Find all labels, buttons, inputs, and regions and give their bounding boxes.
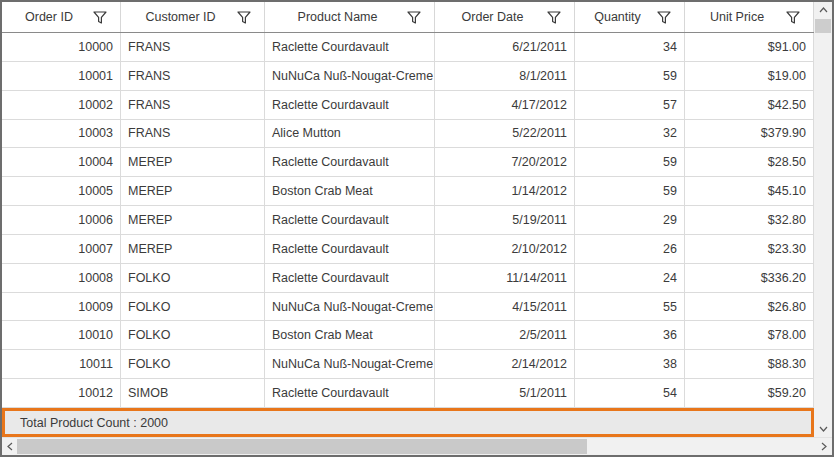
- filter-funnel-icon[interactable]: [656, 9, 672, 25]
- filter-funnel-icon[interactable]: [406, 9, 422, 25]
- cell-order-id[interactable]: 10011: [2, 350, 121, 378]
- cell-order-id[interactable]: 10002: [2, 91, 121, 119]
- cell-customer-id[interactable]: FOLKO: [121, 350, 265, 378]
- cell-product-name[interactable]: Raclette Courdavault: [265, 206, 435, 234]
- cell-quantity[interactable]: 34: [575, 33, 685, 61]
- cell-order-id[interactable]: 10003: [2, 120, 121, 148]
- cell-customer-id[interactable]: FRANS: [121, 33, 265, 61]
- cell-unit-price[interactable]: $23.30: [685, 235, 814, 263]
- table-row[interactable]: 10011FOLKONuNuCa Nuß-Nougat-Creme2/14/20…: [2, 350, 814, 379]
- column-header-order-date[interactable]: Order Date: [435, 2, 575, 32]
- cell-customer-id[interactable]: MEREP: [121, 206, 265, 234]
- cell-order-id[interactable]: 10008: [2, 264, 121, 292]
- cell-order-id[interactable]: 10001: [2, 62, 121, 90]
- cell-quantity[interactable]: 38: [575, 350, 685, 378]
- cell-customer-id[interactable]: FRANS: [121, 62, 265, 90]
- cell-order-id[interactable]: 10007: [2, 235, 121, 263]
- cell-customer-id[interactable]: MEREP: [121, 177, 265, 205]
- cell-customer-id[interactable]: FOLKO: [121, 293, 265, 321]
- cell-customer-id[interactable]: FOLKO: [121, 264, 265, 292]
- column-header-customer-id[interactable]: Customer ID: [121, 2, 265, 32]
- cell-order-id[interactable]: 10000: [2, 33, 121, 61]
- cell-order-date[interactable]: 5/1/2011: [435, 379, 575, 407]
- cell-order-id[interactable]: 10012: [2, 379, 121, 407]
- cell-unit-price[interactable]: $19.00: [685, 62, 814, 90]
- table-row[interactable]: 10002FRANSRaclette Courdavault4/17/20125…: [2, 91, 814, 120]
- cell-order-date[interactable]: 5/22/2011: [435, 120, 575, 148]
- cell-unit-price[interactable]: $42.50: [685, 91, 814, 119]
- cell-product-name[interactable]: Raclette Courdavault: [265, 33, 435, 61]
- column-header-unit-price[interactable]: Unit Price: [685, 2, 814, 32]
- cell-unit-price[interactable]: $379.90: [685, 120, 814, 148]
- cell-order-date[interactable]: 6/21/2011: [435, 33, 575, 61]
- column-header-quantity[interactable]: Quantity: [575, 2, 685, 32]
- table-row[interactable]: 10012SIMOBRaclette Courdavault5/1/201154…: [2, 379, 814, 408]
- cell-quantity[interactable]: 24: [575, 264, 685, 292]
- cell-order-id[interactable]: 10004: [2, 148, 121, 176]
- table-row[interactable]: 10007MEREPRaclette Courdavault2/10/20122…: [2, 235, 814, 264]
- cell-order-date[interactable]: 4/15/2011: [435, 293, 575, 321]
- cell-quantity[interactable]: 29: [575, 206, 685, 234]
- table-row[interactable]: 10001FRANSNuNuCa Nuß-Nougat-Creme8/1/201…: [2, 62, 814, 91]
- cell-product-name[interactable]: NuNuCa Nuß-Nougat-Creme: [265, 62, 435, 90]
- table-row[interactable]: 10000FRANSRaclette Courdavault6/21/20113…: [2, 33, 814, 62]
- table-row[interactable]: 10006MEREPRaclette Courdavault5/19/20112…: [2, 206, 814, 235]
- scroll-down-button[interactable]: [814, 421, 832, 437]
- cell-unit-price[interactable]: $88.30: [685, 350, 814, 378]
- cell-unit-price[interactable]: $26.80: [685, 293, 814, 321]
- vertical-scrollbar-thumb[interactable]: [815, 19, 831, 33]
- cell-quantity[interactable]: 36: [575, 321, 685, 349]
- cell-quantity[interactable]: 59: [575, 62, 685, 90]
- column-header-product-name[interactable]: Product Name: [265, 2, 435, 32]
- cell-unit-price[interactable]: $59.20: [685, 379, 814, 407]
- cell-product-name[interactable]: Alice Mutton: [265, 120, 435, 148]
- cell-quantity[interactable]: 55: [575, 293, 685, 321]
- cell-order-id[interactable]: 10010: [2, 321, 121, 349]
- cell-customer-id[interactable]: MEREP: [121, 235, 265, 263]
- cell-product-name[interactable]: Raclette Courdavault: [265, 264, 435, 292]
- cell-quantity[interactable]: 26: [575, 235, 685, 263]
- cell-quantity[interactable]: 54: [575, 379, 685, 407]
- table-row[interactable]: 10010FOLKOBoston Crab Meat2/5/201136$78.…: [2, 321, 814, 350]
- table-row[interactable]: 10009FOLKONuNuCa Nuß-Nougat-Creme4/15/20…: [2, 293, 814, 322]
- cell-unit-price[interactable]: $336.20: [685, 264, 814, 292]
- cell-product-name[interactable]: NuNuCa Nuß-Nougat-Creme: [265, 350, 435, 378]
- cell-unit-price[interactable]: $45.10: [685, 177, 814, 205]
- horizontal-scrollbar[interactable]: [2, 437, 832, 455]
- cell-unit-price[interactable]: $28.50: [685, 148, 814, 176]
- cell-customer-id[interactable]: MEREP: [121, 148, 265, 176]
- table-row[interactable]: 10004MEREPRaclette Courdavault7/20/20125…: [2, 148, 814, 177]
- cell-product-name[interactable]: Boston Crab Meat: [265, 321, 435, 349]
- filter-funnel-icon[interactable]: [92, 9, 108, 25]
- cell-order-date[interactable]: 5/19/2011: [435, 206, 575, 234]
- cell-quantity[interactable]: 57: [575, 91, 685, 119]
- vertical-scrollbar[interactable]: [814, 2, 832, 437]
- cell-order-id[interactable]: 10006: [2, 206, 121, 234]
- cell-order-id[interactable]: 10005: [2, 177, 121, 205]
- cell-customer-id[interactable]: SIMOB: [121, 379, 265, 407]
- cell-unit-price[interactable]: $32.80: [685, 206, 814, 234]
- horizontal-scrollbar-thumb[interactable]: [17, 439, 587, 454]
- filter-funnel-icon[interactable]: [236, 9, 252, 25]
- cell-product-name[interactable]: Raclette Courdavault: [265, 148, 435, 176]
- cell-order-date[interactable]: 2/10/2012: [435, 235, 575, 263]
- cell-order-date[interactable]: 11/14/2011: [435, 264, 575, 292]
- scroll-right-button[interactable]: [816, 438, 832, 455]
- cell-unit-price[interactable]: $91.00: [685, 33, 814, 61]
- filter-funnel-icon[interactable]: [546, 9, 562, 25]
- cell-unit-price[interactable]: $78.00: [685, 321, 814, 349]
- column-header-order-id[interactable]: Order ID: [2, 2, 121, 32]
- table-row[interactable]: 10003FRANSAlice Mutton5/22/201132$379.90: [2, 120, 814, 149]
- cell-product-name[interactable]: NuNuCa Nuß-Nougat-Creme: [265, 293, 435, 321]
- cell-order-date[interactable]: 7/20/2012: [435, 148, 575, 176]
- cell-customer-id[interactable]: FRANS: [121, 120, 265, 148]
- cell-order-date[interactable]: 8/1/2011: [435, 62, 575, 90]
- cell-customer-id[interactable]: FOLKO: [121, 321, 265, 349]
- cell-product-name[interactable]: Raclette Courdavault: [265, 235, 435, 263]
- cell-order-id[interactable]: 10009: [2, 293, 121, 321]
- table-row[interactable]: 10005MEREPBoston Crab Meat1/14/201259$45…: [2, 177, 814, 206]
- cell-order-date[interactable]: 2/14/2012: [435, 350, 575, 378]
- scroll-up-button[interactable]: [814, 2, 832, 18]
- cell-quantity[interactable]: 32: [575, 120, 685, 148]
- cell-order-date[interactable]: 4/17/2012: [435, 91, 575, 119]
